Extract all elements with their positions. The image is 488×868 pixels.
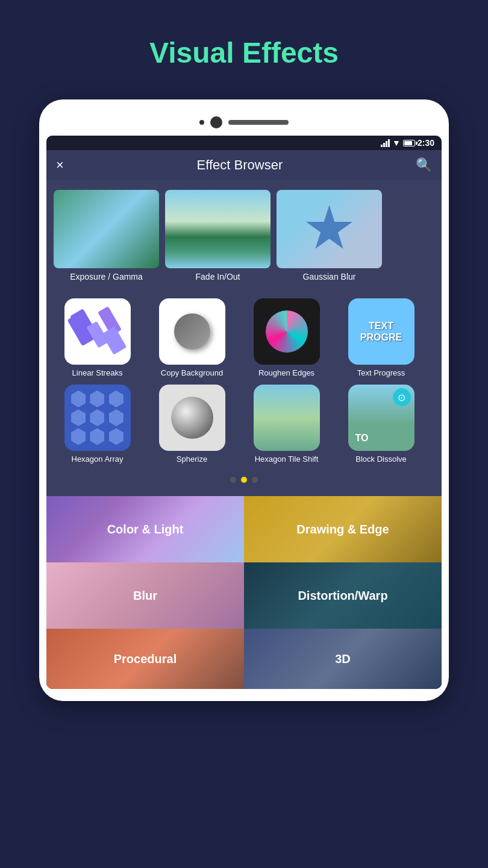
phone-camera (210, 116, 222, 128)
effect-label: Copy Background (161, 368, 223, 377)
effect-thumb-hexagon-array (64, 385, 131, 451)
effect-thumb-block-dissolve: TO (348, 385, 414, 451)
dot-1[interactable] (230, 477, 236, 483)
category-label: Blur (133, 589, 157, 603)
effect-label: Spherize (177, 454, 207, 464)
category-label: Drawing & Edge (296, 523, 389, 536)
page-title: Visual Effects (0, 0, 488, 99)
effect-card-block-dissolve[interactable]: TO Block Dissolve (337, 385, 425, 464)
status-bar: ▼ 2:30 (46, 136, 442, 150)
copy-sphere (174, 313, 210, 350)
effect-label: Gaussian Blur (277, 272, 382, 281)
phone-top-bar (46, 112, 442, 136)
effect-card-copy-background[interactable]: Copy Background (148, 298, 236, 377)
effect-card-linear-streaks[interactable]: Linear Streaks (54, 298, 141, 377)
star-shape (305, 205, 354, 253)
effect-label: Linear Streaks (72, 368, 123, 377)
text-progress-text: TEXTPROGRE (360, 320, 402, 343)
search-button[interactable]: 🔍 (416, 157, 432, 173)
effect-thumb-copy (159, 298, 225, 365)
status-icons: ▼ 2:30 (381, 138, 434, 148)
effect-label: Roughen Edges (258, 368, 314, 377)
effect-label: Exposure / Gamma (54, 272, 159, 281)
effect-label: Text Progress (357, 368, 405, 377)
category-card-procedural[interactable]: Procedural (46, 629, 244, 689)
category-bottom-row: Procedural 3D (46, 629, 442, 689)
category-label: 3D (335, 652, 351, 666)
battery-fill (404, 141, 412, 145)
phone-speaker (228, 120, 289, 125)
effect-label: Block Dissolve (355, 454, 407, 464)
to-label: TO (355, 433, 369, 444)
effect-thumb-spherize (159, 385, 225, 451)
wifi-icon: ▼ (392, 138, 401, 148)
category-card-color-light[interactable]: Color & Light (46, 496, 244, 562)
effect-thumb-text-progress: TEXTPROGRE (348, 298, 414, 365)
app-bar-title: Effect Browser (197, 157, 283, 173)
phone-screen: ▼ 2:30 × Effect Browser 🔍 Exposure / Gam… (46, 136, 442, 689)
category-label: Distortion/Warp (298, 589, 387, 603)
effect-card-roughen-edges[interactable]: Roughen Edges (243, 298, 330, 377)
battery-icon (403, 140, 415, 146)
category-label: Color & Light (107, 523, 184, 536)
dot-2[interactable] (241, 477, 247, 483)
horizontal-scroll-area[interactable]: Exposure / Gamma Fade In/Out Gaussian Bl… (46, 180, 442, 291)
effect-preview-gaussian (277, 190, 382, 268)
list-item[interactable]: Fade In/Out (165, 190, 271, 281)
list-item[interactable]: Exposure / Gamma (54, 190, 159, 281)
status-time: 2:30 (418, 138, 434, 148)
effect-label: Hexagon Array (72, 454, 124, 464)
category-card-drawing-edge[interactable]: Drawing & Edge (244, 496, 442, 562)
effect-card-hexagon-tile-shift[interactable]: Hexagon Tile Shift (243, 385, 330, 464)
dot-3[interactable] (252, 477, 258, 483)
sphere-visual (171, 397, 213, 439)
effect-label: Fade In/Out (165, 272, 271, 281)
close-button[interactable]: × (56, 157, 64, 173)
effects-grid-section: Linear Streaks Copy Background (46, 291, 442, 496)
phone-device: ▼ 2:30 × Effect Browser 🔍 Exposure / Gam… (39, 99, 449, 701)
effect-card-spherize[interactable]: Spherize (148, 385, 236, 464)
category-card-3d[interactable]: 3D (244, 629, 442, 689)
effect-label: Hexagon Tile Shift (255, 454, 319, 464)
category-card-blur[interactable]: Blur (46, 562, 244, 629)
effect-card-hexagon-array[interactable]: Hexagon Array (54, 385, 141, 464)
category-label: Procedural (114, 652, 177, 666)
effects-row-1: Linear Streaks Copy Background (54, 298, 434, 377)
pagination-dots (54, 471, 434, 489)
effect-preview-exposure (54, 190, 159, 268)
signal-icon (381, 139, 390, 147)
category-grid: Color & Light Drawing & Edge Blur Distor… (46, 496, 442, 629)
list-item[interactable]: Gaussian Blur (277, 190, 382, 281)
effect-thumb-roughen (254, 298, 320, 365)
phone-dot (199, 120, 204, 125)
category-card-distortion[interactable]: Distortion/Warp (244, 562, 442, 629)
dissolve-badge (393, 388, 411, 406)
effect-thumb-linear (64, 298, 131, 365)
effect-preview-fade (165, 190, 271, 268)
app-bar: × Effect Browser 🔍 (46, 150, 442, 180)
effect-thumb-hex-tile (254, 385, 320, 451)
effects-row-2: Hexagon Array Spherize Hexag (54, 385, 434, 464)
roughen-circle (266, 310, 308, 353)
effect-card-text-progress[interactable]: TEXTPROGRE Text Progress (337, 298, 425, 377)
